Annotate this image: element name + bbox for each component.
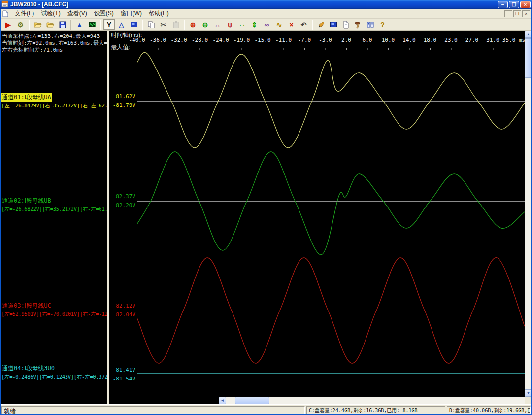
- channel-01-max-value: 81.62V: [116, 93, 135, 100]
- export-page-icon: [342, 21, 350, 29]
- channel-scale-column: 81.62V-81.79V82.37V-82.20V82.12V-82.04V8…: [109, 48, 137, 397]
- waveform-canvas[interactable]: [137, 48, 525, 397]
- scroll-left-arrow-icon[interactable]: ◄: [219, 397, 226, 404]
- status-ready: 就绪: [1, 406, 305, 414]
- time-tick-label: 35.0 ms: [502, 37, 525, 43]
- time-tick-label: -24.0: [212, 37, 229, 43]
- gears-settings-icon: ⚙: [17, 21, 24, 28]
- time-tick-label: 2.0: [341, 37, 351, 43]
- toolbar: ▶⚙▲Y△✂⊕⊖↔⍦⇔⇕∞∿×↶?: [0, 19, 532, 31]
- channel-03-max-value: 82.12V: [116, 303, 135, 309]
- toolbar-separator: [184, 20, 185, 30]
- horizontal-scroll-thumb[interactable]: [235, 397, 269, 404]
- channel-03-info[interactable]: 通道03:Ⅰ段母线UC[左=52.9501V][右=-70.0201V][右-左…: [1, 302, 107, 318]
- export-page-button[interactable]: [340, 19, 351, 30]
- toolbar-separator: [29, 20, 30, 30]
- status-disk-c: C:盘容量:24.4GB,剩余:16.3GB,已用: 8.1GB: [306, 406, 445, 414]
- expand-horizontal-icon: ↔: [214, 21, 221, 28]
- open-record-icon: [46, 21, 54, 29]
- channel-02-min-value: -82.20V: [113, 202, 135, 208]
- menu-help[interactable]: 帮助(H): [145, 8, 172, 19]
- glasses-view-button[interactable]: ∞: [261, 19, 272, 30]
- menu-view[interactable]: 查看(V): [64, 8, 91, 19]
- time-tick-label: -28.0: [192, 37, 208, 43]
- undo-icon: ↶: [301, 21, 307, 28]
- channel-04-info[interactable]: 通道04:Ⅰ段母线3U0[左=-0.2486V][右=0.1243V][右-左=…: [1, 364, 107, 380]
- channel-01-min-value: -81.79V: [113, 102, 135, 108]
- mdi-minimize-button[interactable]: –: [504, 10, 512, 17]
- expand-horizontal-button[interactable]: ↔: [212, 19, 223, 30]
- channel-04-cursor-values: [左=-0.2486V][右=0.1243V][右-左=0.3729V]: [1, 374, 107, 380]
- document-icon[interactable]: [2, 10, 9, 17]
- mdi-close-button[interactable]: ×: [522, 10, 530, 17]
- time-tick-label: -19.0: [233, 37, 250, 43]
- analyze-pen-button[interactable]: [315, 19, 327, 30]
- status-disk-d: D:盘容量:40.0GB,剩余:19.6GB,已用:20.5GB: [447, 406, 531, 414]
- channel-02-cursor-values: [左=-26.6822V][右=35.2172V][右-左=61.8994V]: [1, 206, 107, 213]
- copy-icon: [147, 21, 155, 29]
- undo-button[interactable]: ↶: [298, 19, 309, 30]
- cut-button[interactable]: ✂: [158, 19, 169, 30]
- paste-icon: [172, 21, 180, 29]
- menu-window[interactable]: 窗口(W): [117, 8, 145, 19]
- time-tick-label: -7.0: [298, 37, 311, 43]
- sine-view-button[interactable]: ∿: [273, 19, 285, 30]
- report-columns-icon: [366, 21, 374, 29]
- menu-test[interactable]: 试验(T): [37, 8, 64, 19]
- wave-marker-button[interactable]: ▲: [74, 19, 85, 30]
- help-button[interactable]: ?: [377, 19, 388, 30]
- menu-file[interactable]: 文件(F): [11, 8, 37, 19]
- zoom-out-amplitude-icon: ⊖: [202, 21, 208, 28]
- window-title: JBW2010 - [AB.CFG]: [10, 1, 497, 8]
- app-icon: [1, 0, 8, 9]
- open-record-button[interactable]: [44, 19, 56, 30]
- report-columns-button[interactable]: [365, 19, 376, 30]
- channel-01-info[interactable]: 通道01:Ⅰ段母线UA[左=-26.8479V][右=35.2172V][右-左…: [1, 93, 107, 109]
- cursor-info-line: 左右光标时间差:71.0ms: [2, 46, 107, 54]
- toolbar-separator: [100, 20, 101, 30]
- time-tick-label: 31.0: [486, 37, 499, 43]
- channel-04-name[interactable]: 通道04:Ⅰ段母线3U0: [1, 364, 55, 373]
- copy-button[interactable]: [145, 19, 157, 30]
- toolbar-separator: [70, 20, 71, 30]
- open-file-icon: [34, 21, 42, 29]
- triangle-tool-button[interactable]: △: [116, 19, 127, 30]
- menu-settings[interactable]: 设置(S): [91, 8, 117, 19]
- y-axis-tool-button[interactable]: Y: [103, 19, 115, 30]
- channel-01-cursor-values: [左=-26.8479V][右=35.2172V][右-左=62.0651V]: [1, 103, 107, 109]
- channel-02-name[interactable]: 通道02:Ⅰ段母线UB: [1, 197, 52, 205]
- mdi-restore-button[interactable]: ❐: [513, 10, 521, 17]
- wave-screen-icon: [88, 21, 96, 29]
- stretch-amplitude-button[interactable]: ⇕: [249, 19, 260, 30]
- zoom-in-amplitude-button[interactable]: ⊕: [187, 19, 199, 30]
- monitor-button[interactable]: [328, 19, 339, 30]
- channel-01-name[interactable]: 通道01:Ⅰ段母线UA: [1, 93, 52, 102]
- channel-03-name[interactable]: 通道03:Ⅰ段母线UC: [1, 302, 52, 310]
- waveform-plot-region: 时间轴(ms): -40.0-36.0-32.0-28.0-24.0-19.0-…: [109, 31, 525, 404]
- stretch-time-button[interactable]: ⇔: [236, 19, 248, 30]
- tools-hammer-button[interactable]: [352, 19, 364, 30]
- cursor-info-line: 当前时刻:左=92.0ms,右=163.0ms,最大=3659.0ms: [2, 39, 107, 47]
- wave-screen-button[interactable]: [86, 19, 98, 30]
- delete-channel-button[interactable]: ×: [286, 19, 297, 30]
- open-file-button[interactable]: [32, 19, 43, 30]
- run-button[interactable]: ▶: [2, 19, 14, 30]
- channel-02-info[interactable]: 通道02:Ⅰ段母线UB[左=-26.6822V][右=35.2172V][右-左…: [1, 197, 107, 213]
- cursor-info-line: 当前采样点:左=133,右=204,最大=943: [2, 33, 107, 40]
- toolbar-separator: [142, 20, 143, 30]
- branch-cursor-button[interactable]: ⍦: [224, 19, 235, 30]
- stretch-time-icon: ⇔: [239, 21, 246, 28]
- gears-settings-button[interactable]: ⚙: [15, 19, 26, 30]
- cut-icon: ✂: [161, 21, 166, 28]
- zoom-out-amplitude-button[interactable]: ⊖: [200, 19, 211, 30]
- screen-view-button[interactable]: [128, 19, 139, 30]
- paste-button: [170, 19, 181, 30]
- horizontal-scrollbar[interactable]: ◄ ►: [219, 397, 525, 404]
- save-button[interactable]: [57, 19, 68, 30]
- close-button[interactable]: ×: [520, 1, 531, 8]
- restore-button[interactable]: ❐: [509, 1, 519, 8]
- minimize-button[interactable]: –: [498, 1, 508, 8]
- time-tick-label: 6.0: [363, 37, 372, 43]
- time-tick-label: 14.0: [402, 37, 416, 43]
- time-tick-label: -32.0: [170, 37, 187, 43]
